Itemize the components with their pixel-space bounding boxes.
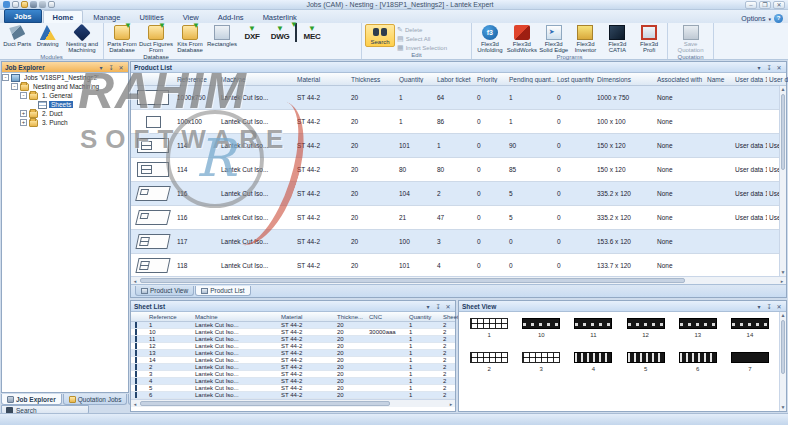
pin-icon[interactable]: ↧ <box>765 64 773 71</box>
tree-expander[interactable]: - <box>2 74 9 81</box>
close-button[interactable]: ✕ <box>773 1 785 9</box>
delete-button[interactable]: ✎ Delete <box>397 26 447 34</box>
sheet-view-header[interactable]: Sheet View ▾ ↧ ✕ <box>459 301 786 312</box>
flex3d-unfolding-button[interactable]: f3 Flex3d Unfolding <box>475 24 505 54</box>
pin-icon[interactable]: ↧ <box>434 303 442 310</box>
table-row[interactable]: 116 Lantek Cut Iso... ST 44-2 20 104 2 0… <box>131 182 786 206</box>
pin-icon[interactable]: ↧ <box>765 303 773 310</box>
print-icon[interactable] <box>39 1 46 8</box>
column-header[interactable]: CNC <box>367 314 407 320</box>
restore-button[interactable]: ❐ <box>759 1 771 9</box>
sheet-thumbnail[interactable] <box>627 318 665 329</box>
tab-manage[interactable]: Manage <box>84 11 129 23</box>
scrollbar-thumb[interactable] <box>781 94 785 170</box>
tab-product-view[interactable]: Product View <box>135 286 194 296</box>
duct-parts-button[interactable]: Duct Parts <box>3 24 31 47</box>
import-image-button[interactable] <box>295 24 297 42</box>
column-header[interactable]: User data 1 <box>733 76 767 83</box>
sheet-thumbnail[interactable] <box>574 318 612 329</box>
sheet-thumbnail-item[interactable]: 13 <box>672 318 724 338</box>
import-dxf-button[interactable]: ▼ DXF <box>239 24 265 41</box>
tab-product-list[interactable]: Product List <box>195 286 250 296</box>
column-header[interactable]: Lost quantity <box>555 76 595 83</box>
column-header[interactable]: Machine <box>219 76 295 83</box>
scrollbar-thumb[interactable] <box>781 320 785 374</box>
sheet-thumbnail-item[interactable]: 3 <box>515 352 567 372</box>
sheet-thumbnail[interactable] <box>679 352 717 363</box>
flex3d-catia-button[interactable]: Flex3d CATIA <box>602 24 632 54</box>
minimize-button[interactable]: – <box>745 1 757 9</box>
column-header[interactable]: Reference <box>147 314 193 320</box>
new-icon[interactable] <box>12 1 19 8</box>
table-row[interactable]: 118 Lantek Cut Iso... ST 44-2 20 101 4 0… <box>131 254 786 276</box>
sheet-thumbnail[interactable] <box>470 318 508 329</box>
tree-item[interactable]: + 3. Punch <box>20 118 128 127</box>
table-row[interactable]: 114 Lantek Cut Iso... ST 44-2 20 80 80 0… <box>131 158 786 182</box>
sheet-thumbnail-item[interactable]: 2 <box>463 352 515 372</box>
horizontal-scrollbar[interactable]: ◂ ▸ <box>131 276 786 284</box>
tree-expander[interactable] <box>29 101 36 108</box>
chevron-down-icon[interactable]: ▾ <box>97 64 105 71</box>
search-button[interactable]: Search <box>365 24 395 47</box>
chevron-down-icon[interactable]: ▾ <box>755 303 763 310</box>
column-header[interactable]: Quantity <box>397 76 435 83</box>
select-all-button[interactable]: ▤ Select All <box>397 35 447 43</box>
tab-jobs[interactable]: Jobs <box>4 9 42 23</box>
flex3d-inventor-button[interactable]: Flex3d Inventor <box>571 24 601 54</box>
scrollbar-thumb[interactable] <box>140 401 390 406</box>
sheet-thumbnail-item[interactable]: 4 <box>567 352 619 372</box>
column-header[interactable]: Dimensions <box>595 76 655 83</box>
save-icon[interactable] <box>30 1 37 8</box>
tree-expander[interactable]: + <box>20 119 27 126</box>
tree-item[interactable]: - Nesting and Machining <box>11 82 128 91</box>
flex3d-profi-button[interactable]: Flex3d Profi <box>634 24 664 54</box>
tab-home[interactable]: Home <box>43 10 84 23</box>
table-row[interactable]: 117 Lantek Cut Iso... ST 44-2 20 100 3 0… <box>131 230 786 254</box>
import-mec-button[interactable]: ▼ MEC <box>299 24 325 41</box>
tab-utilities[interactable]: Utilities <box>130 11 172 23</box>
column-header[interactable]: Associated with <box>655 76 705 83</box>
table-row[interactable]: 100x100 Lantek Cut Iso... ST 44-2 20 1 8… <box>131 110 786 134</box>
sheet-thumbnail-item[interactable]: 12 <box>620 318 672 338</box>
vertical-scrollbar[interactable]: ▲ ▼ <box>779 312 786 411</box>
options-button[interactable]: Options <box>741 15 765 22</box>
sheet-thumbnail-item[interactable]: 1 <box>463 318 515 338</box>
close-icon[interactable]: ✕ <box>775 64 783 71</box>
sheet-thumbnail[interactable] <box>731 352 769 363</box>
product-list-header[interactable]: Product List ▾ ↧ ✕ <box>131 62 786 73</box>
column-header[interactable]: Pending quant... <box>507 76 555 83</box>
column-header[interactable]: Priority <box>475 76 507 83</box>
column-header[interactable]: Reference <box>175 76 219 83</box>
sheet-thumbnail[interactable] <box>522 352 560 363</box>
column-header[interactable]: Material <box>279 314 335 320</box>
scrollbar-thumb[interactable] <box>140 278 685 283</box>
column-header[interactable]: Labor ticket <box>435 76 475 83</box>
vertical-scrollbar[interactable]: ▲ ▼ <box>779 86 786 276</box>
tree-expander[interactable]: - <box>20 92 27 99</box>
horizontal-scrollbar[interactable]: ◂ ▸ <box>131 399 455 407</box>
job-explorer-header[interactable]: Job Explorer ▾ ↧ ✕ <box>2 62 128 73</box>
sheet-thumbnail-item[interactable]: 10 <box>515 318 567 338</box>
flex3d-solidworks-button[interactable]: Flex3d SolidWorks <box>507 24 537 54</box>
close-icon[interactable]: ✕ <box>117 64 125 71</box>
duct-figures-from-database-button[interactable]: Duct Figures From Database <box>139 24 173 60</box>
tab-view[interactable]: View <box>174 11 208 23</box>
undo-icon[interactable] <box>48 1 55 8</box>
column-header[interactable]: Thickne... <box>335 314 367 320</box>
save-quotation-button[interactable]: Save Quotation <box>671 24 710 54</box>
sheet-thumbnail-item[interactable]: 14 <box>724 318 776 338</box>
flex3d-solidedge-button[interactable]: Flex3d Solid Edge <box>539 24 569 54</box>
tree-expander[interactable]: + <box>20 110 27 117</box>
tree-item[interactable]: + 2. Duct <box>20 109 128 118</box>
sheet-list-header[interactable]: Sheet List ▾ ↧ ✕ <box>131 301 455 312</box>
table-row[interactable]: 114 Lantek Cut Iso... ST 44-2 20 101 1 0… <box>131 134 786 158</box>
sheet-thumbnail[interactable] <box>470 352 508 363</box>
sheet-thumbnail[interactable] <box>574 352 612 363</box>
column-header[interactable]: Machine <box>193 314 279 320</box>
parts-from-database-button[interactable]: Parts From Database <box>107 24 137 54</box>
kits-from-database-button[interactable]: Kits From Database <box>175 24 205 54</box>
column-header[interactable]: Thickness <box>349 76 397 83</box>
column-header[interactable]: User data 2 <box>767 76 788 83</box>
close-icon[interactable]: ✕ <box>775 303 783 310</box>
tree-item[interactable]: Sheets <box>29 100 128 109</box>
